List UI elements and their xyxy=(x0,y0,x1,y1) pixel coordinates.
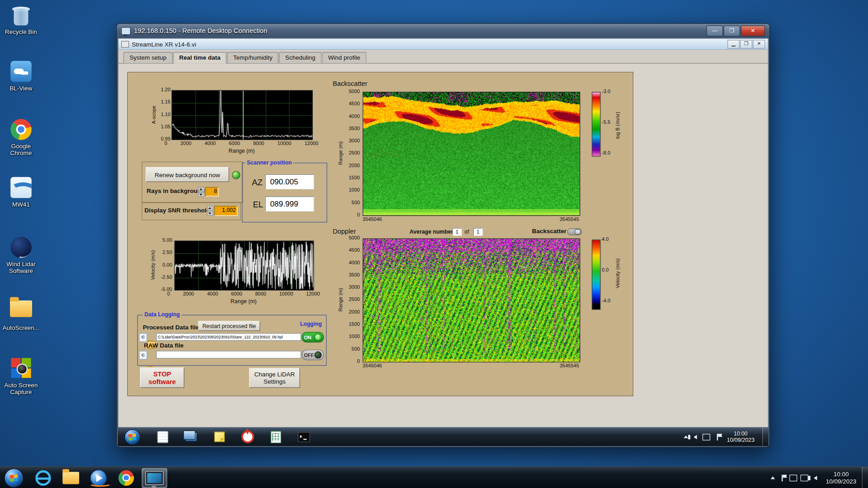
stop-software-button[interactable]: STOP software xyxy=(140,367,184,388)
doppler-heatmap[interactable] xyxy=(363,239,580,362)
terminal-taskbar-icon[interactable] xyxy=(293,429,315,444)
raw-path-input[interactable] xyxy=(156,351,301,358)
tick-label: 10000 xyxy=(279,291,293,296)
tick-label: 0 xyxy=(357,212,360,217)
el-value[interactable]: 089.999 xyxy=(265,197,314,211)
tick-label: 500 xyxy=(352,347,360,352)
volume-icon[interactable] xyxy=(811,474,819,482)
windows-desktop: Recycle Bin BL-View Google Chrome MW41 W… xyxy=(0,0,868,488)
close-button[interactable]: ✕ xyxy=(741,25,765,36)
desktop-icon-mw41[interactable]: MW41 xyxy=(0,177,42,207)
spreadsheet-taskbar-icon[interactable] xyxy=(265,429,287,444)
vi-maximize-button[interactable]: ❐ xyxy=(740,40,752,49)
remote-show-desktop-button[interactable] xyxy=(762,428,768,446)
hidden-icons-arrow[interactable] xyxy=(684,436,688,438)
chrome-taskbar-icon[interactable] xyxy=(114,469,138,488)
processed-path-input[interactable] xyxy=(156,333,301,341)
tick-label: 4000 xyxy=(349,114,360,119)
taskbar: 10:00 10/09/2023 xyxy=(0,466,868,488)
desktop-icon-recycle-bin[interactable]: Recycle Bin xyxy=(0,5,42,35)
snr-spinner[interactable] xyxy=(207,206,213,216)
tick-label: 1.10 xyxy=(161,112,170,117)
action-center-flag-icon[interactable] xyxy=(713,433,721,441)
rays-spinner[interactable] xyxy=(198,187,204,197)
backscatter-colorbar[interactable] xyxy=(592,92,601,156)
tick-label: 5000 xyxy=(349,236,360,241)
display-icon[interactable] xyxy=(789,474,797,482)
vi-titlebar[interactable]: StreamLine XR v14-6.vi ▁ ❐ ✕ xyxy=(118,39,768,50)
tick-label: 500 xyxy=(352,200,360,205)
network-icon[interactable] xyxy=(801,474,808,482)
minimize-button[interactable]: — xyxy=(706,25,723,36)
tab-real-time-data[interactable]: Real time data xyxy=(173,52,226,64)
taskbar-clock[interactable]: 10:00 10/09/2023 xyxy=(826,470,856,485)
power-taskbar-icon[interactable] xyxy=(237,429,258,444)
maximize-button[interactable]: ❐ xyxy=(723,25,740,36)
backscatter-heatmap[interactable] xyxy=(363,92,580,216)
vi-window: StreamLine XR v14-6.vi ▁ ❐ ✕ System setu… xyxy=(118,38,769,427)
notepad-taskbar-icon[interactable] xyxy=(152,429,174,444)
desktop-icon-google-chrome[interactable]: Google Chrome xyxy=(0,119,42,156)
display-settings-taskbar-icon[interactable] xyxy=(180,429,202,444)
media-player-taskbar-icon[interactable] xyxy=(86,469,111,488)
internet-explorer-taskbar-icon[interactable] xyxy=(31,469,56,488)
vi-minimize-button[interactable]: ▁ xyxy=(727,40,740,49)
remote-start-button[interactable] xyxy=(125,429,140,445)
average-total-value[interactable]: 1 xyxy=(473,228,483,235)
doppler-colorbar-label: Velocity (m/s) xyxy=(615,241,620,305)
processed-logging-state: ON xyxy=(304,334,311,340)
rays-value[interactable]: 8 xyxy=(205,187,218,197)
sticky-notes-taskbar-icon[interactable] xyxy=(209,429,230,444)
remote-desktop-taskbar-icon[interactable] xyxy=(142,468,167,488)
show-desktop-button[interactable] xyxy=(862,467,868,488)
drive-icon[interactable]: C xyxy=(139,351,147,360)
ascope-plot[interactable] xyxy=(172,90,313,140)
tab-scheduling[interactable]: Scheduling xyxy=(279,52,321,63)
hidden-icons-arrow[interactable] xyxy=(770,476,775,479)
tick-label: 0.0 xyxy=(602,267,615,272)
rdp-window-icon xyxy=(121,27,131,35)
tick-label: 4000 xyxy=(205,141,216,146)
tick-label: 3500 xyxy=(349,273,360,278)
tab-system-setup[interactable]: System setup xyxy=(123,52,173,63)
tick-label: 3000 xyxy=(349,138,360,143)
vi-close-button[interactable]: ✕ xyxy=(753,40,765,49)
tick-label: 2000 xyxy=(183,291,194,296)
doppler-x-end: 3545545 xyxy=(560,363,579,368)
average-number-value[interactable]: 1 xyxy=(452,228,462,235)
desktop-icon-autoscreen[interactable]: AutoScreen... xyxy=(0,298,42,331)
snr-value[interactable]: 1.002 xyxy=(214,206,237,216)
rdp-client-area: StreamLine XR v14-6.vi ▁ ❐ ✕ System setu… xyxy=(118,38,769,446)
velocity-plot[interactable] xyxy=(175,241,314,291)
processed-logging-toggle[interactable]: ON xyxy=(302,332,324,343)
backscatter-toggle[interactable] xyxy=(567,229,582,235)
desktop-icon-auto-screen-capture[interactable]: Auto Screen Capture xyxy=(0,357,42,395)
desktop-icon-wind-lidar[interactable]: Wind Lidar Software xyxy=(0,237,42,274)
raw-logging-toggle[interactable]: OFF xyxy=(302,350,324,360)
tick-label: 2500 xyxy=(349,151,360,156)
chrome-icon xyxy=(10,119,32,141)
tick-label: 4500 xyxy=(349,248,360,253)
tab-wind-profile[interactable]: Wind profile xyxy=(322,52,366,63)
drive-icon[interactable]: C xyxy=(139,333,147,342)
action-center-flag-icon[interactable] xyxy=(778,474,786,482)
tick-label: 4000 xyxy=(207,291,218,296)
restart-processed-file-button[interactable]: Restart processed file xyxy=(198,321,260,331)
wind-lidar-icon xyxy=(10,237,32,259)
bl-view-icon xyxy=(10,61,32,83)
volume-icon[interactable] xyxy=(691,433,699,441)
change-lidar-settings-button[interactable]: Change LiDAR Settings xyxy=(249,368,300,388)
network-icon[interactable] xyxy=(703,433,710,441)
tab-temp-humidity[interactable]: Temp/humidity xyxy=(227,52,278,63)
rdp-titlebar[interactable]: 192.168.0.150 - Remote Desktop Connectio… xyxy=(117,24,769,38)
tick-label: 0 xyxy=(357,359,360,364)
file-explorer-taskbar-icon[interactable] xyxy=(59,469,83,488)
renew-background-button[interactable]: Renew background now xyxy=(146,167,229,182)
desktop-icon-bl-view[interactable]: BL-View xyxy=(0,61,42,91)
tick-label: 1.20 xyxy=(161,87,170,92)
doppler-colorbar[interactable] xyxy=(592,239,601,310)
start-button[interactable] xyxy=(5,469,24,488)
tick-label: 2500 xyxy=(349,297,360,302)
az-value[interactable]: 090.005 xyxy=(265,174,314,189)
remote-clock[interactable]: 10:00 10/09/2023 xyxy=(727,430,755,443)
